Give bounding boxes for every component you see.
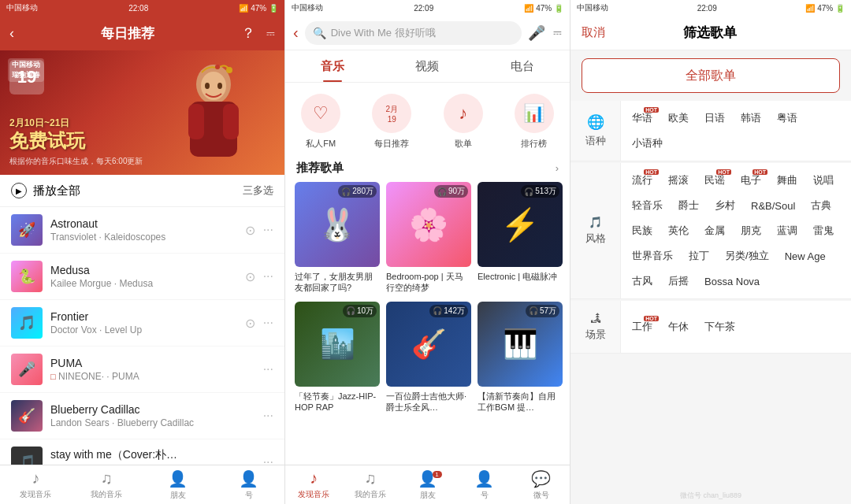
filter-row-scene: 🏞 场景 工作 午休 下午茶 [570, 301, 851, 354]
bottom-nav-item-account[interactable]: 👤 号 [214, 469, 284, 501]
bottom-nav-account-2[interactable]: 👤 号 [456, 469, 513, 501]
filter-tag-newage[interactable]: New Age [777, 245, 834, 268]
playlist-plays: 🎧10万 [343, 305, 377, 317]
more-icon[interactable]: ··· [263, 316, 273, 331]
filter-tag-ethnic[interactable]: 民族 [624, 218, 660, 243]
filter-tag-chinese[interactable]: 华语 [624, 106, 660, 131]
more-icon[interactable]: ··· [263, 455, 273, 465]
multiselect-button[interactable]: 三多选 [243, 183, 273, 198]
quick-icon-chart[interactable]: 📊 排行榜 [515, 94, 554, 150]
list-item[interactable]: 🐍 Medusa Kailee Morgue · Medusa ⊙ ··· [0, 254, 284, 300]
bottom-nav-item-discover[interactable]: ♪ 发现音乐 [0, 469, 71, 500]
filter-tag-bossa[interactable]: Bossa Nova [697, 270, 767, 293]
mic-icon[interactable]: 🎤 [528, 24, 545, 42]
filter-tag-rap[interactable]: 说唱 [805, 168, 842, 193]
filter-tag-cantonese[interactable]: 粤语 [769, 106, 805, 131]
bottom-nav-wechat[interactable]: 💬 微号 [513, 469, 570, 501]
quick-icon-playlist[interactable]: ♪ 歌单 [444, 94, 483, 150]
question-icon[interactable]: ？ [241, 24, 255, 43]
filter-tag-folk[interactable]: 民谣 [697, 168, 733, 193]
filter-tag-rock[interactable]: 摇滚 [660, 168, 697, 193]
filter-tag-punk[interactable]: 朋克 [733, 218, 769, 243]
more-icon[interactable]: ··· [263, 362, 273, 376]
list-item[interactable]: 🚀 Astronaut Transviolet · Kaleidoscopes … [0, 207, 284, 254]
playlist-card[interactable]: 🎧10万 🏙️ 「轻节奏」Jazz-HIP-HOP RAP [295, 302, 380, 413]
playlist-card[interactable]: 🎧142万 🎸 一百位爵士吉他大师·爵士乐全风… [386, 302, 471, 413]
filter-tag-latin[interactable]: 拉丁 [681, 243, 717, 269]
battery-1: 📶 47% 🔋 [239, 4, 278, 13]
filter-tag-dance[interactable]: 舞曲 [769, 168, 805, 193]
filter-tag-brit[interactable]: 英伦 [660, 218, 697, 243]
filter-tag-japanese[interactable]: 日语 [697, 106, 733, 131]
banner-subtitle: 根据你的音乐口味生成，每天6:00更新 [9, 156, 143, 167]
filter-tag-metal[interactable]: 金属 [697, 218, 733, 243]
filter-tag-post-rock[interactable]: 后摇 [660, 269, 697, 294]
filter-tag-country[interactable]: 乡村 [707, 193, 743, 218]
filter-tag-work[interactable]: 工作 [624, 314, 660, 339]
filter-tag-alternative[interactable]: 另类/独立 [717, 243, 777, 269]
list-item[interactable]: 🎤 PUMA □ NINEONE· · PUMA ··· [0, 346, 284, 393]
filter-tag-ancient[interactable]: 古风 [624, 269, 660, 294]
filter-tag-other-lang[interactable]: 小语种 [624, 131, 671, 156]
bottom-nav-item-friends[interactable]: 👤 朋友 [143, 469, 214, 501]
all-playlist-button[interactable]: 全部歌单 [582, 58, 840, 93]
filter-tag-pop[interactable]: 流行 [624, 168, 660, 193]
list-item[interactable]: 🎵 Frontier Doctor Vox · Level Up ⊙ ··· [0, 300, 284, 346]
playlist-card[interactable]: 🎧57万 🎹 【清新节奏向】自用工作BGM 提… [478, 302, 563, 413]
filter-tag-world[interactable]: 世界音乐 [624, 243, 681, 269]
mymusic-label-2: 我的音乐 [355, 489, 386, 500]
filter-tag-western[interactable]: 欧美 [660, 106, 697, 131]
account-icon-2: 👤 [474, 469, 494, 488]
download-icon[interactable]: ⊙ [245, 223, 255, 238]
quick-icon-fm[interactable]: ♡ 私人FM [301, 94, 340, 150]
back-icon[interactable]: ‹ [9, 25, 14, 42]
bottom-nav-discover-2[interactable]: ♪ 发现音乐 [285, 469, 342, 500]
back-icon-2[interactable]: ‹ [293, 24, 299, 42]
download-icon[interactable]: ⊙ [245, 316, 255, 331]
bottom-nav-mymusic-2[interactable]: ♫ 我的音乐 [342, 469, 399, 500]
quick-icon-daily[interactable]: 2月 19 每日推荐 [372, 94, 411, 150]
tab-video[interactable]: 视频 [380, 50, 474, 82]
tab-music[interactable]: 音乐 [285, 50, 380, 82]
more-icon[interactable]: ··· [263, 409, 273, 423]
multiselect-label: 三多选 [243, 183, 273, 198]
playlist-card[interactable]: 🎧280万 🐰 过年了，女朋友男朋友都回家了吗? [295, 182, 380, 294]
song-artist: □ NINEONE· · PUMA [50, 371, 255, 382]
playlist-row-2: 🎧10万 🏙️ 「轻节奏」Jazz-HIP-HOP RAP 🎧142万 🎸 一百… [285, 302, 570, 421]
filter-tag-light-music[interactable]: 轻音乐 [624, 193, 671, 218]
filter-tag-jazz[interactable]: 爵士 [671, 193, 707, 218]
search-input[interactable] [331, 27, 514, 39]
song-artist: Landon Sears · Blueberry Cadillac [50, 417, 255, 428]
equalizer-icon[interactable]: ⎓ [553, 24, 562, 41]
chart-icon[interactable]: ⎓ [266, 25, 275, 42]
tab-radio[interactable]: 电台 [475, 50, 570, 82]
filter-tag-afternoon[interactable]: 下午茶 [697, 314, 743, 339]
section-more-button[interactable]: › [556, 162, 559, 174]
more-icon[interactable]: ··· [263, 269, 273, 284]
download-icon[interactable]: ⊙ [245, 269, 255, 284]
filter-tag-blues[interactable]: 蓝调 [769, 218, 805, 243]
more-icon[interactable]: ··· [263, 223, 273, 238]
filter-tag-rnb[interactable]: R&B/Soul [743, 195, 803, 217]
filter-tag-reggae[interactable]: 雷鬼 [805, 218, 842, 243]
chart-label: 排行榜 [521, 138, 547, 150]
filter-tag-korean[interactable]: 韩语 [733, 106, 769, 131]
song-thumb: 🎤 [11, 354, 43, 385]
carrier-2: 中国移动 [292, 2, 323, 13]
cancel-button[interactable]: 取消 [582, 25, 605, 40]
bottom-nav-friends-2[interactable]: 👤 朋友 1 [399, 469, 455, 501]
bottom-nav-item-mymusic[interactable]: ♫ 我的音乐 [71, 469, 142, 500]
play-all-icon[interactable]: ▶ [11, 183, 27, 198]
discover-icon: ♪ [32, 469, 39, 487]
filter-tag-noon[interactable]: 午休 [660, 314, 697, 339]
list-item[interactable]: 🎵 stay with me（Cover:朴… 秋仁 · Gabriel ··· [0, 439, 284, 465]
song-actions: ⊙ ··· [245, 223, 273, 238]
playlist-plays: 🎧90万 [434, 185, 468, 198]
playlist-card[interactable]: 🎧513万 ⚡ Electronic | 电磁脉冲 [478, 182, 563, 294]
filter-row-language: 🌐 语种 华语 欧美 日语 韩语 粤语 小语种 [570, 101, 851, 161]
list-item[interactable]: 🎸 Blueberry Cadillac Landon Sears · Blue… [0, 393, 284, 439]
playlist-card[interactable]: 🎧90万 🌸 Bedroom-pop | 天马行空的绮梦 [386, 182, 471, 294]
svg-point-7 [226, 67, 232, 73]
filter-tag-electronic[interactable]: 电子 [733, 168, 769, 193]
filter-tag-classical[interactable]: 古典 [803, 193, 839, 218]
